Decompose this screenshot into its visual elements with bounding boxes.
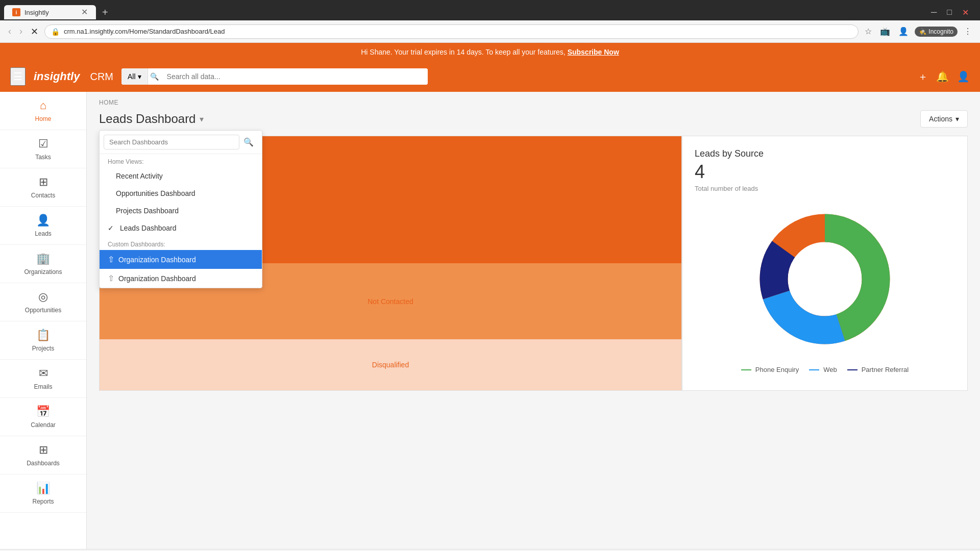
- cast-button[interactable]: 📺: [878, 24, 892, 38]
- tab-favicon: i: [12, 8, 20, 16]
- sidebar-item-reports-label: Reports: [32, 498, 54, 505]
- menu-button[interactable]: ⋮: [962, 24, 974, 38]
- incognito-badge: 🕵 Incognito: [915, 27, 958, 37]
- search-magnifier-icon: 🔍: [148, 72, 161, 81]
- minimize-button[interactable]: ─: [928, 7, 940, 18]
- dropdown-search-button[interactable]: 🔍: [239, 135, 258, 149]
- dropdown-item-leads[interactable]: ✓ Leads Dashboard: [100, 219, 262, 237]
- bookmark-button[interactable]: ☆: [863, 24, 874, 38]
- incognito-icon: 🕵: [919, 28, 926, 35]
- org-dashboard-1-label: Organization Dashboard: [118, 256, 196, 264]
- actions-button[interactable]: Actions ▾: [920, 110, 968, 128]
- sidebar-item-leads[interactable]: 👤 Leads: [0, 207, 86, 245]
- donut-center: [788, 242, 862, 316]
- dropdown-item-org2[interactable]: ⇧ Organization Dashboard: [100, 269, 262, 288]
- org-dashboard-2-label: Organization Dashboard: [118, 274, 196, 283]
- opportunities-dashboard-label: Opportunities Dashboard: [116, 189, 195, 197]
- dashboard-dropdown-toggle[interactable]: ▾: [200, 114, 204, 124]
- leads-dashboard-label: Leads Dashboard: [120, 224, 177, 232]
- calendar-icon: 📅: [36, 405, 50, 418]
- leads-icon: 👤: [36, 214, 50, 227]
- bar-section-disqualified: Disqualified: [100, 339, 681, 390]
- search-filter-label: All: [128, 72, 136, 81]
- search-filter-button[interactable]: All ▾: [121, 68, 148, 85]
- sidebar-item-organizations[interactable]: 🏢 Organizations: [0, 245, 86, 283]
- legend-item-phone: Phone Enquiry: [741, 366, 799, 373]
- user-profile-button[interactable]: 👤: [957, 70, 970, 83]
- dashboard-search-input[interactable]: [104, 135, 239, 149]
- sidebar-item-calendar[interactable]: 📅 Calendar: [0, 398, 86, 436]
- sidebar-item-opportunities-label: Opportunities: [25, 307, 61, 314]
- legend-line-partner: [847, 369, 857, 370]
- sidebar-item-contacts[interactable]: ⊞ Contacts: [0, 168, 86, 207]
- sidebar-item-dashboards-label: Dashboards: [27, 460, 60, 467]
- actions-label: Actions: [929, 115, 952, 123]
- dropdown-item-opportunities[interactable]: Opportunities Dashboard: [100, 185, 262, 202]
- contacts-icon: ⊞: [39, 176, 48, 189]
- chart-subtitle: Total number of leads: [695, 185, 955, 192]
- disqualified-label: Disqualified: [372, 361, 409, 369]
- legend-label-web: Web: [823, 366, 837, 373]
- sidebar-item-emails[interactable]: ✉ Emails: [0, 360, 86, 398]
- reports-icon: 📊: [36, 482, 50, 495]
- emails-icon: ✉: [39, 367, 48, 380]
- legend-item-partner: Partner Referral: [847, 366, 909, 373]
- legend-label-phone: Phone Enquiry: [755, 366, 799, 373]
- home-icon: ⌂: [40, 99, 46, 112]
- search-input[interactable]: [161, 68, 428, 85]
- dropdown-item-recent[interactable]: Recent Activity: [100, 167, 262, 185]
- notifications-button[interactable]: 🔔: [936, 70, 949, 83]
- sidebar-item-projects-label: Projects: [32, 345, 54, 352]
- sidebar-item-emails-label: Emails: [34, 383, 52, 390]
- app-header: ☰ insightly CRM All ▾ 🔍 ＋ 🔔 👤: [0, 61, 980, 92]
- trial-banner: Hi Shane. Your trial expires in 14 days.…: [0, 43, 980, 61]
- donut-legend: Phone Enquiry Web Partner Referral: [695, 366, 955, 373]
- sidebar-item-tasks-label: Tasks: [35, 154, 51, 161]
- share-icon-2: ⇧: [108, 273, 114, 283]
- address-bar[interactable]: 🔒 crm.na1.insightly.com/Home/StandardDas…: [44, 24, 859, 39]
- tab-title: Insightly: [24, 9, 49, 16]
- page-title: Leads Dashboard: [99, 112, 195, 126]
- hamburger-menu-button[interactable]: ☰: [10, 67, 26, 86]
- reload-button[interactable]: ✕: [29, 24, 40, 39]
- page-title-area: Leads Dashboard ▾ 🔍 Home Views: Recent A…: [99, 112, 204, 126]
- page-header: Leads Dashboard ▾ 🔍 Home Views: Recent A…: [87, 106, 980, 136]
- tab-close-button[interactable]: ✕: [81, 8, 88, 16]
- header-actions: ＋ 🔔 👤: [918, 70, 970, 84]
- sidebar-item-contacts-label: Contacts: [31, 192, 55, 199]
- profile-button[interactable]: 👤: [896, 24, 911, 38]
- new-tab-button[interactable]: +: [98, 7, 112, 18]
- close-button[interactable]: ✕: [959, 7, 972, 18]
- sidebar-item-reports[interactable]: 📊 Reports: [0, 474, 86, 513]
- sidebar-item-home[interactable]: ⌂ Home: [0, 92, 86, 130]
- security-icon: 🔒: [51, 28, 60, 36]
- add-button[interactable]: ＋: [918, 70, 928, 84]
- subscribe-link[interactable]: Subscribe Now: [568, 48, 619, 56]
- incognito-label: Incognito: [928, 28, 953, 35]
- nav-actions: ☆ 📺 👤 🕵 Incognito ⋮: [863, 24, 974, 38]
- dashboard-dropdown: 🔍 Home Views: Recent Activity Opportunit…: [99, 130, 262, 288]
- sidebar-item-projects[interactable]: 📋 Projects: [0, 321, 86, 360]
- dashboards-icon: ⊞: [39, 443, 48, 457]
- legend-line-phone: [741, 369, 751, 370]
- browser-tab[interactable]: i Insightly ✕: [4, 5, 96, 19]
- sidebar-item-calendar-label: Calendar: [31, 421, 56, 429]
- active-check-icon: ✓: [108, 224, 114, 232]
- sidebar-item-dashboards[interactable]: ⊞ Dashboards: [0, 436, 86, 474]
- donut-svg: [748, 203, 901, 356]
- dropdown-item-org1[interactable]: ⇧ Organization Dashboard: [100, 250, 262, 269]
- donut-chart: Leads by Source 4 Total number of leads: [682, 136, 968, 391]
- maximize-button[interactable]: □: [944, 7, 955, 18]
- legend-line-web: [809, 369, 819, 370]
- global-search-bar[interactable]: All ▾ 🔍: [121, 68, 428, 85]
- dropdown-item-projects[interactable]: Projects Dashboard: [100, 202, 262, 219]
- sidebar-item-tasks[interactable]: ☑ Tasks: [0, 130, 86, 168]
- custom-dashboards-label: Custom Dashboards:: [100, 237, 262, 250]
- sidebar: ⌂ Home ☑ Tasks ⊞ Contacts 👤 Leads 🏢 Orga…: [0, 92, 87, 549]
- donut-wrapper: [695, 203, 955, 356]
- status-bar: https://crm.na1.insightly.com/Home/Detai…: [0, 549, 980, 551]
- forward-button[interactable]: ›: [17, 24, 24, 39]
- sidebar-item-opportunities[interactable]: ◎ Opportunities: [0, 283, 86, 321]
- back-button[interactable]: ‹: [6, 24, 13, 39]
- breadcrumb-bar: HOME: [87, 92, 980, 106]
